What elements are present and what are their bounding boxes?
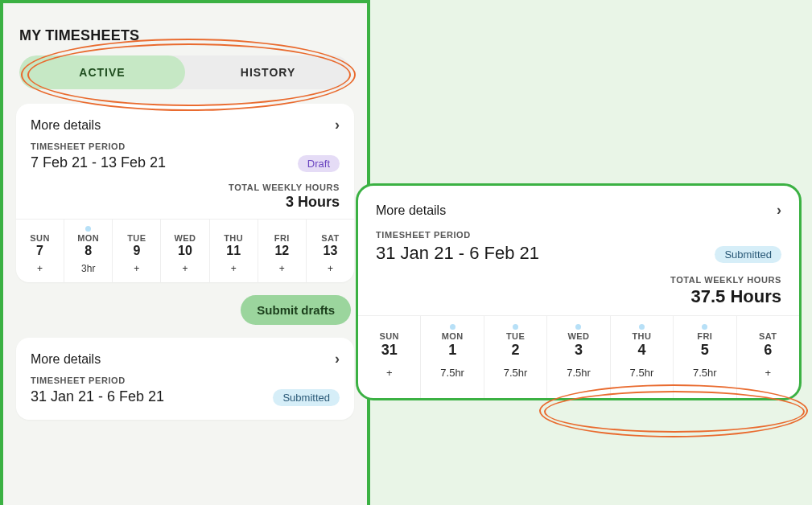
day-dot-icon	[575, 324, 581, 330]
day-name: WED	[161, 233, 208, 243]
tab-active[interactable]: ACTIVE	[19, 55, 185, 89]
period-range: 31 Jan 21 - 6 Feb 21	[31, 388, 164, 405]
day-value: 7.5hr	[674, 367, 736, 379]
total-label: TOTAL WEEKLY HOURS	[31, 183, 340, 192]
day-value: 3hr	[64, 263, 112, 274]
period-range: 31 Jan 21 - 6 Feb 21	[376, 243, 539, 264]
day-cell[interactable]: WED37.5hr	[547, 316, 610, 398]
tab-history[interactable]: HISTORY	[185, 55, 351, 89]
day-name: SUN	[358, 331, 420, 341]
period-label: TIMESHEET PERIOD	[376, 230, 781, 240]
timesheet-card-submitted: More details › TIMESHEET PERIOD 31 Jan 2…	[16, 338, 354, 420]
day-number: 8	[64, 244, 112, 258]
timesheet-popup: More details › TIMESHEET PERIOD 31 Jan 2…	[356, 183, 802, 400]
day-value: +	[113, 263, 160, 274]
day-cell[interactable]: TUE9+	[113, 220, 161, 282]
day-number: 9	[113, 244, 160, 258]
day-value: 7.5hr	[547, 367, 609, 379]
day-dot-icon	[85, 226, 91, 232]
day-name: MON	[64, 233, 112, 243]
day-cell[interactable]: FRI12+	[258, 220, 307, 282]
submit-drafts-button[interactable]: Submit drafts	[241, 295, 351, 325]
day-number: 4	[611, 342, 673, 359]
day-name: THU	[611, 331, 673, 341]
day-value: 7.5hr	[484, 367, 546, 379]
submit-row: Submit drafts	[16, 295, 351, 325]
chevron-right-icon: ›	[335, 117, 340, 133]
day-value: 7.5hr	[421, 367, 483, 379]
day-dot-icon	[450, 324, 455, 330]
status-badge-submitted: Submitted	[273, 389, 340, 406]
day-name: TUE	[484, 331, 546, 341]
day-cell[interactable]: SUN7+	[16, 220, 64, 282]
day-number: 11	[210, 244, 258, 258]
more-details-label: More details	[31, 352, 101, 367]
total-value: 3 Hours	[31, 194, 340, 211]
day-value: +	[258, 263, 306, 274]
day-strip: SUN7+MON83hrTUE9+WED10+THU11+FRI12+SAT13…	[16, 219, 354, 282]
tabs: ACTIVE HISTORY	[19, 55, 351, 89]
day-value: +	[358, 367, 420, 379]
day-cell[interactable]: SAT6+	[737, 316, 799, 398]
page-title: MY TIMESHEETS	[19, 27, 354, 44]
day-number: 2	[484, 342, 546, 359]
day-name: FRI	[674, 331, 736, 341]
day-value: +	[737, 367, 799, 379]
day-name: SUN	[16, 233, 64, 243]
day-value: +	[161, 263, 208, 274]
more-details-row[interactable]: More details ›	[31, 115, 340, 142]
day-name: WED	[547, 331, 609, 341]
more-details-label: More details	[376, 203, 446, 218]
total-label: TOTAL WEEKLY HOURS	[376, 275, 781, 285]
day-name: THU	[210, 233, 258, 243]
day-number: 5	[674, 342, 736, 359]
more-details-label: More details	[31, 118, 101, 133]
day-name: MON	[421, 331, 483, 341]
day-cell[interactable]: MON17.5hr	[421, 316, 484, 398]
day-name: SAT	[307, 233, 354, 243]
day-number: 7	[16, 244, 64, 258]
chevron-right-icon: ›	[335, 351, 340, 367]
day-name: TUE	[113, 233, 160, 243]
more-details-row[interactable]: More details ›	[376, 200, 781, 230]
day-dot-icon	[702, 324, 707, 330]
day-cell[interactable]: SUN31+	[358, 316, 421, 398]
day-number: 12	[258, 244, 306, 258]
day-number: 31	[358, 342, 420, 359]
day-value: +	[210, 263, 258, 274]
day-value: 7.5hr	[611, 367, 673, 379]
more-details-row[interactable]: More details ›	[31, 349, 340, 376]
day-cell[interactable]: WED10+	[161, 220, 209, 282]
day-dot-icon	[639, 324, 645, 330]
day-cell[interactable]: MON83hr	[64, 220, 113, 282]
day-cell[interactable]: SAT13+	[307, 220, 354, 282]
day-cell[interactable]: TUE27.5hr	[484, 316, 547, 398]
day-dot-icon	[513, 324, 518, 330]
day-strip: SUN31+MON17.5hrTUE27.5hrWED37.5hrTHU47.5…	[358, 315, 799, 398]
chevron-right-icon: ›	[777, 202, 781, 219]
day-number: 10	[161, 244, 208, 258]
period-label: TIMESHEET PERIOD	[31, 142, 340, 151]
day-number: 6	[737, 342, 799, 359]
day-number: 13	[307, 244, 354, 258]
day-value: +	[307, 263, 354, 274]
day-value: +	[16, 263, 64, 274]
day-cell[interactable]: THU47.5hr	[611, 316, 674, 398]
day-cell[interactable]: FRI57.5hr	[674, 316, 736, 398]
timesheets-panel: MY TIMESHEETS ACTIVE HISTORY More detail…	[0, 0, 370, 505]
day-cell[interactable]: THU11+	[210, 220, 258, 282]
status-badge-submitted: Submitted	[715, 246, 781, 263]
timesheet-card-draft: More details › TIMESHEET PERIOD 7 Feb 21…	[16, 104, 354, 282]
day-name: FRI	[258, 233, 306, 243]
status-badge-draft: Draft	[298, 155, 340, 172]
period-range: 7 Feb 21 - 13 Feb 21	[31, 154, 166, 171]
period-label: TIMESHEET PERIOD	[31, 376, 340, 385]
day-number: 3	[547, 342, 609, 359]
day-name: SAT	[737, 331, 799, 341]
total-value: 37.5 Hours	[376, 286, 781, 307]
day-number: 1	[421, 342, 483, 359]
